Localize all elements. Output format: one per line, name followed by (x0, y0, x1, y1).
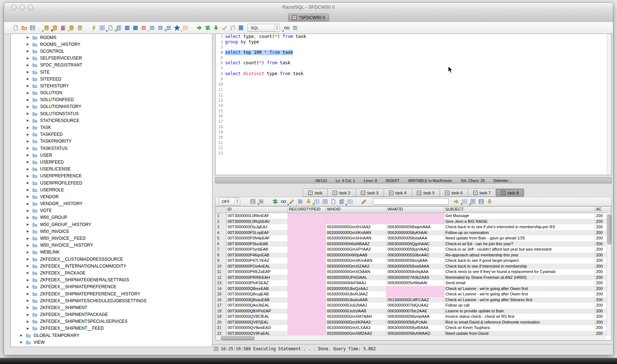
max-rows-select[interactable]: OFF ▲▼ (219, 198, 240, 205)
result-tab-task-8[interactable]: ×task 8 (496, 188, 524, 197)
column-header-ac[interactable]: AC (595, 207, 611, 213)
tree-item-solutionstatus[interactable]: ▶SOLUTIONSTATUS (11, 110, 212, 117)
statement-type-select[interactable]: SQL ▲▼ (247, 24, 280, 32)
disclosure-triangle-icon[interactable]: ▶ (26, 216, 30, 219)
disclosure-triangle-icon[interactable]: ▶ (26, 264, 30, 268)
tree-item-w50-invoice[interactable]: ▶W50_INVOICE (11, 228, 212, 235)
tree-item-rooms-history[interactable]: ▶ROOMS__HISTORY (11, 41, 212, 48)
table-row[interactable]: 1100T3000000PREZaEAP0033000000GmXOiAAN00… (216, 269, 611, 275)
tree-item-vote[interactable]: ▶VOTE (11, 207, 212, 214)
edit-cell-icon[interactable]: ▸ (288, 198, 295, 205)
schema-tree[interactable]: ▶ROOMS▶ROOMS__HISTORY▶SCONTROL▶SELFSERVI… (10, 34, 212, 347)
disclosure-triangle-icon[interactable]: ▶ (26, 112, 30, 115)
disclosure-triangle-icon[interactable]: ▶ (26, 237, 30, 240)
open-file-icon[interactable] (20, 24, 28, 31)
disclosure-triangle-icon[interactable]: ▶ (20, 341, 23, 344)
disclosure-triangle-icon[interactable]: ▶ (26, 209, 30, 212)
grid-vertical-scrollbar-thumb[interactable] (607, 214, 611, 244)
tree-item-zkfedex-internationalcommodity[interactable]: ▶ZKFEDEX__INTERNATIONALCOMMODITY (11, 263, 212, 269)
tree-item-zkfedex-shipment[interactable]: ▶ZKFEDEX__SHIPMENT (11, 304, 212, 311)
editor-scrollbar[interactable] (607, 34, 611, 175)
tree-item-userprofilefeed[interactable]: ▶USERPROFILEFEED (11, 179, 212, 186)
grid-view-icon[interactable] (329, 198, 337, 205)
execute-statement-icon[interactable] (195, 24, 203, 31)
table-row[interactable]: 500T3000000P3N4pEAF0033000000GmXHnAAN006… (216, 235, 611, 241)
commit-icon[interactable] (220, 24, 228, 31)
rollback-icon[interactable] (229, 24, 236, 31)
tree-item-task[interactable]: ▶TASK (11, 124, 212, 131)
disclosure-triangle-icon[interactable]: ▶ (26, 188, 30, 191)
disclosure-triangle-icon[interactable]: ▶ (26, 147, 30, 150)
database-icon[interactable] (76, 24, 83, 31)
tree-item-userfeed[interactable]: ▶USERFEED (11, 159, 212, 165)
tree-item-zkfedex-shipmatescheduledjobssettings[interactable]: ▶ZKFEDEX__SHIPMATESCHEDULEDJOBSSETTINGS (11, 297, 212, 304)
tab-close-icon[interactable]: × (417, 191, 421, 195)
disclosure-triangle-icon[interactable]: ▶ (26, 327, 30, 330)
tree-item-userlicense[interactable]: ▶USERLICENSE (11, 166, 212, 173)
disclosure-triangle-icon[interactable]: ▶ (26, 57, 30, 60)
disclosure-triangle-icon[interactable]: ▶ (26, 126, 30, 129)
tree-item-userrole[interactable]: ▶USERROLE (11, 186, 212, 193)
disclosure-triangle-icon[interactable]: ▶ (26, 271, 30, 274)
tree-item-rooms[interactable]: ▶ROOMS (11, 34, 212, 41)
tree-item-zkfedex-package[interactable]: ▶ZKFEDEX__PACKAGE (11, 269, 212, 276)
form-view-icon[interactable] (321, 198, 329, 205)
table-row[interactable]: 1800T3000000QBXPeEAP0033000000Ju9zlAAB00… (216, 308, 611, 314)
disclosure-triangle-icon[interactable]: ▶ (26, 285, 30, 289)
refresh-results-icon[interactable] (271, 198, 279, 205)
tree-item-zkfedex-shipmentpackage[interactable]: ▶ZKFEDEX__SHIPMENTPACKAGE (11, 311, 212, 318)
new-connection-icon[interactable]: ✦ (68, 24, 75, 31)
disclosure-triangle-icon[interactable]: ▶ (26, 257, 30, 261)
tab-close-icon[interactable]: × (361, 191, 365, 195)
disclosure-triangle-icon[interactable]: ▶ (26, 174, 30, 178)
tree-item-zkfedex-shipmatepreference[interactable]: ▶ZKFEDEX__SHIPMATEPREFERENCE (11, 283, 212, 290)
result-tab-task-3[interactable]: ×task 3 (355, 188, 384, 197)
filter-icon[interactable]: ✎ (257, 198, 265, 205)
tree-item-selfserviceuser[interactable]: ▶SELFSERVICEUSER (11, 55, 212, 62)
tree-item-solutionhistory[interactable]: ▶SOLUTIONHISTORY (11, 103, 212, 110)
result-tab-task-7[interactable]: ×task 7 (468, 188, 496, 197)
tree-item-site[interactable]: ▶SITE (11, 69, 212, 75)
execute-lightning-icon[interactable] (90, 24, 98, 31)
tree-item-zkfedex-customaddresssource[interactable]: ▶ZKFEDEX__CUSTOMADDRESSSOURCE (11, 256, 212, 263)
tree-item-zkfedex-shipmentspecialservices[interactable]: ▶ZKFEDEX__SHIPMENTSPECIALSERVICES (11, 318, 212, 325)
tree-item-zkfedex-shipmatepreference-history[interactable]: ▶ZKFEDEX__SHIPMATEPREFERENCE__HISTORY (11, 290, 212, 297)
indent-icon[interactable]: » (148, 24, 156, 31)
tab-close-icon[interactable]: × (308, 191, 312, 195)
disclosure-triangle-icon[interactable]: ▶ (26, 153, 30, 157)
result-tab-task[interactable]: ×task (303, 188, 327, 197)
disclosure-triangle-icon[interactable]: ▶ (26, 306, 30, 309)
edit-sql-icon[interactable]: ✎ (165, 24, 172, 31)
disclosure-triangle-icon[interactable]: ▶ (26, 313, 30, 316)
table-row[interactable]: 1400T3000000Q8rexEAB0033000000JbvQzAAJCh… (216, 286, 611, 292)
tree-item-user[interactable]: ▶USER (11, 152, 212, 159)
tree-item-view[interactable]: ▶VIEW (11, 339, 212, 346)
tab-close-icon[interactable]: × (292, 15, 297, 20)
table-row[interactable]: 2000T3000000QV8TjEAL0033000000GmXKPAA300… (216, 320, 611, 325)
disclosure-triangle-icon[interactable]: ▶ (26, 49, 30, 53)
disclosure-triangle-icon[interactable]: ▶ (26, 140, 30, 143)
query-queue-icon[interactable] (291, 24, 299, 31)
tree-item-zkfedex-shipment-feed[interactable]: ▶ZKFEDEX__SHIPMENT__FEED (11, 325, 212, 332)
disclosure-triangle-icon[interactable]: ▶ (26, 244, 30, 247)
table-row[interactable]: 600T3000000P3tuvEAB0033000000H9aNBAAZ006… (216, 241, 611, 247)
grid-horizontal-scrollbar-thumb[interactable] (221, 336, 255, 340)
tab-close-icon[interactable]: × (473, 191, 478, 195)
disclosure-triangle-icon[interactable]: ▶ (26, 320, 30, 323)
disclosure-triangle-icon[interactable]: ▶ (26, 105, 30, 108)
tab-close-icon[interactable]: × (501, 191, 505, 195)
find-next-icon[interactable] (452, 198, 460, 205)
table-row[interactable]: 1700T3000000QAeJbEAL0033000000Ju9J9AAJ00… (216, 303, 611, 308)
tree-item-solutionfeed[interactable]: ▶SOLUTIONFEED (11, 96, 212, 103)
export-icon[interactable]: ▸ (107, 24, 114, 31)
save-icon[interactable] (29, 24, 36, 31)
tree-item-sitehistory[interactable]: ▶SITEHISTORY (11, 82, 212, 89)
edit-table-icon[interactable]: ✎ (461, 198, 468, 205)
table-row[interactable]: 1500T3000000Q8rugEAB0033000000JbvRJAAZCh… (216, 291, 611, 297)
disclosure-triangle-icon[interactable]: ▶ (26, 299, 30, 302)
result-tab-task-6[interactable]: ×task 6 (440, 188, 468, 197)
table-row[interactable]: 300T3000000OiyJgEAJ0033000000GmXHJAA3006… (216, 224, 611, 230)
tree-item-w50-group[interactable]: ▶W50_GROUP (11, 214, 212, 221)
table-row[interactable]: 1200T3000000PRR8rEAH0033000000JFhGlAAL00… (216, 275, 611, 281)
pen-icon[interactable] (360, 198, 368, 205)
